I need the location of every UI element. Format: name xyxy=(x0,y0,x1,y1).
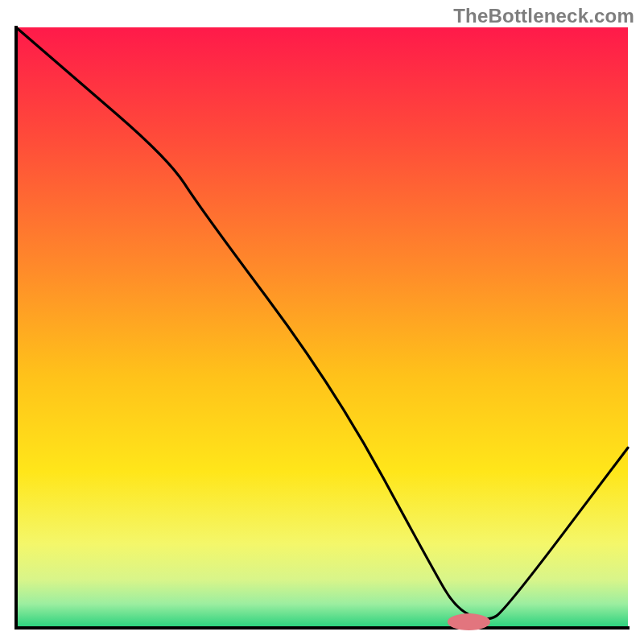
bottleneck-chart xyxy=(0,0,644,644)
chart-frame: TheBottleneck.com xyxy=(0,0,644,644)
plot-background xyxy=(16,27,628,628)
attribution-text: TheBottleneck.com xyxy=(453,5,634,27)
optimal-point-marker xyxy=(448,613,490,630)
